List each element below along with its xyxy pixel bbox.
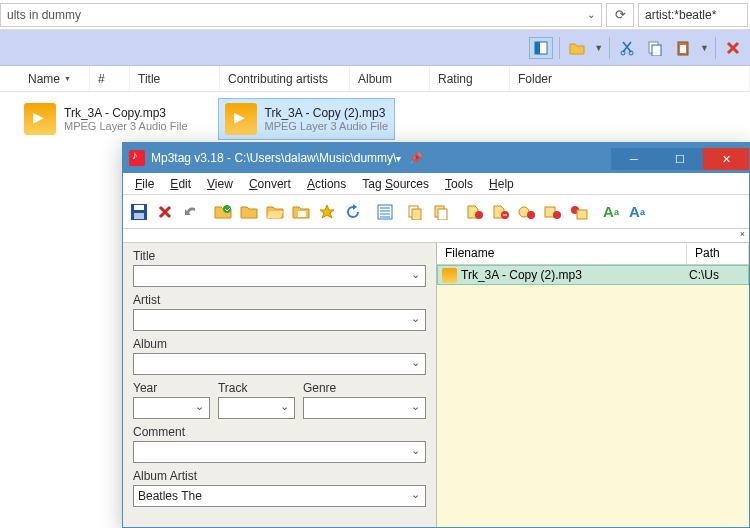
delete-icon[interactable]	[722, 37, 744, 59]
refresh-button[interactable]: ⟳	[606, 3, 634, 27]
tag-filename-icon[interactable]	[567, 200, 591, 224]
chevron-down-icon[interactable]: ▾	[396, 153, 401, 164]
paste-icon[interactable]	[672, 37, 694, 59]
menu-tagsources[interactable]: Tag Sources	[356, 175, 435, 193]
maximize-button[interactable]: ☐	[657, 148, 703, 170]
file-list: Filename Path Trk_3A - Copy (2).mp3 C:\U…	[437, 243, 749, 527]
col-folder[interactable]: Folder	[510, 66, 750, 91]
separator	[609, 37, 610, 59]
svg-rect-8	[131, 204, 147, 220]
thumbnails-view-button[interactable]	[529, 37, 553, 59]
copy-icon[interactable]	[644, 37, 666, 59]
genre-input[interactable]	[303, 397, 426, 419]
explorer-ribbon: ▼ ▼	[0, 30, 750, 66]
file-name: Trk_3A - Copy.mp3	[64, 106, 188, 120]
folder-icon[interactable]	[566, 37, 588, 59]
col-rating[interactable]: Rating	[430, 66, 510, 91]
col-path[interactable]: Path	[687, 243, 749, 264]
tag-file-icon[interactable]	[463, 200, 487, 224]
comment-label: Comment	[133, 425, 426, 439]
col-name[interactable]: Name▼	[20, 66, 90, 91]
folder-icon[interactable]	[237, 200, 261, 224]
col-num[interactable]: #	[90, 66, 130, 91]
file-tag-icon[interactable]	[489, 200, 513, 224]
col-title[interactable]: Title	[130, 66, 220, 91]
menu-file[interactable]: File	[129, 175, 160, 193]
col-album[interactable]: Album	[350, 66, 430, 91]
favorite-icon[interactable]	[315, 200, 339, 224]
menu-tools[interactable]: Tools	[439, 175, 479, 193]
title-label: Title	[133, 249, 426, 263]
tag-copy-icon[interactable]	[405, 200, 429, 224]
col-filename[interactable]: Filename	[437, 243, 687, 264]
chevron-down-icon[interactable]: ⌄	[587, 9, 595, 20]
year-input[interactable]	[133, 397, 210, 419]
address-bar[interactable]: ults in dummy ⌄	[0, 3, 602, 27]
menu-actions[interactable]: Actions	[301, 175, 352, 193]
quick-action-icon[interactable]: Aa	[625, 200, 649, 224]
playlist-icon[interactable]	[289, 200, 313, 224]
pin-icon[interactable]: 📌	[409, 152, 423, 165]
file-item[interactable]: Trk_3A - Copy (2).mp3MPEG Layer 3 Audio …	[218, 98, 396, 140]
search-text: artist:*beatle*	[645, 8, 716, 22]
genre-label: Genre	[303, 381, 426, 395]
mp3tag-window: Mp3tag v3.18 - C:\Users\dalaw\Music\dumm…	[122, 142, 750, 528]
col-artists[interactable]: Contributing artists	[220, 66, 350, 91]
panel-close-button[interactable]: ×	[123, 229, 749, 243]
svg-rect-0	[535, 42, 547, 54]
list-icon[interactable]	[373, 200, 397, 224]
search-input[interactable]: artist:*beatle*	[638, 3, 748, 27]
svg-point-19	[501, 211, 509, 219]
svg-point-18	[475, 211, 483, 219]
list-row[interactable]: Trk_3A - Copy (2).mp3 C:\Us	[437, 265, 749, 285]
chevron-down-icon[interactable]: ▼	[700, 43, 709, 53]
album-input[interactable]	[133, 353, 426, 375]
svg-point-21	[527, 211, 535, 219]
close-button[interactable]: ✕	[703, 148, 749, 170]
filename-tag-icon[interactable]	[541, 200, 565, 224]
svg-rect-9	[134, 205, 144, 210]
album-label: Album	[133, 337, 426, 351]
chevron-down-icon[interactable]: ▼	[594, 43, 603, 53]
svg-point-2	[621, 51, 625, 55]
svg-rect-13	[378, 205, 392, 219]
cell-path: C:\Us	[689, 268, 719, 282]
svg-rect-6	[678, 42, 688, 55]
refresh-icon[interactable]	[341, 200, 365, 224]
cut-icon[interactable]	[616, 37, 638, 59]
column-headers: Name▼ # Title Contributing artists Album…	[0, 66, 750, 92]
comment-input[interactable]	[133, 441, 426, 463]
audio-file-icon	[442, 268, 457, 283]
menu-convert[interactable]: Convert	[243, 175, 297, 193]
menu-help[interactable]: Help	[483, 175, 520, 193]
save-icon[interactable]	[127, 200, 151, 224]
delete-icon[interactable]	[153, 200, 177, 224]
address-text: ults in dummy	[7, 8, 81, 22]
albumartist-input[interactable]: Beatles The	[133, 485, 426, 507]
svg-rect-4	[649, 42, 658, 53]
svg-point-11	[223, 205, 231, 213]
svg-rect-22	[545, 207, 555, 217]
menu-view[interactable]: View	[201, 175, 239, 193]
svg-rect-7	[680, 45, 686, 53]
actions-icon[interactable]: Aa	[599, 200, 623, 224]
svg-rect-17	[438, 209, 447, 220]
title-bar[interactable]: Mp3tag v3.18 - C:\Users\dalaw\Music\dumm…	[123, 143, 749, 173]
menu-edit[interactable]: Edit	[164, 175, 197, 193]
track-input[interactable]	[218, 397, 295, 419]
track-label: Track	[218, 381, 295, 395]
undo-icon[interactable]	[179, 200, 203, 224]
svg-rect-12	[298, 211, 306, 217]
folder-open-icon[interactable]	[263, 200, 287, 224]
svg-point-23	[553, 211, 561, 219]
title-input[interactable]	[133, 265, 426, 287]
open-folder-icon[interactable]	[211, 200, 235, 224]
minimize-button[interactable]: ─	[611, 148, 657, 170]
tag-paste-icon[interactable]	[431, 200, 455, 224]
audio-file-icon	[24, 103, 56, 135]
app-icon	[129, 150, 145, 166]
file-item[interactable]: Trk_3A - Copy.mp3MPEG Layer 3 Audio File	[18, 98, 194, 140]
artist-input[interactable]	[133, 309, 426, 331]
svg-rect-14	[409, 206, 418, 217]
tag-tag-icon[interactable]	[515, 200, 539, 224]
